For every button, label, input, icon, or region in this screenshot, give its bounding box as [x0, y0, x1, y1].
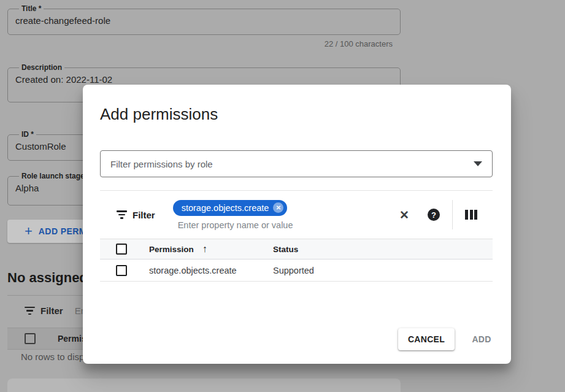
table-row[interactable]: storage.objects.create Supported — [100, 259, 493, 282]
plus-icon: + — [25, 225, 33, 238]
dialog-title: Add permissions — [100, 105, 218, 124]
id-field-label: ID * — [19, 130, 36, 139]
role-filter-placeholder: Filter permissions by role — [110, 159, 474, 169]
description-field-value: Created on: 2022-11-02 — [15, 74, 393, 85]
add-permissions-dialog: Add permissions Filter permissions by ro… — [83, 85, 511, 364]
title-field-label: Title * — [19, 4, 44, 13]
permissions-table: Filter storage.objects.create ✕ Enter pr… — [100, 190, 493, 282]
column-display-icon[interactable] — [465, 210, 477, 220]
role-launch-stage-label: Role launch stage — [19, 172, 87, 180]
table-header-row: Permission ↑ Status — [100, 239, 493, 259]
title-char-counter: 22 / 100 characters — [7, 39, 393, 48]
role-filter-select[interactable]: Filter permissions by role — [100, 150, 493, 177]
background-section-box — [7, 379, 401, 392]
clear-filters-icon[interactable]: ✕ — [399, 209, 409, 221]
filter-label: Filter — [133, 210, 155, 220]
filter-label: Filter — [40, 306, 63, 316]
status-column-header[interactable]: Status — [273, 245, 298, 254]
add-button[interactable]: ADD — [463, 328, 500, 350]
cancel-button[interactable]: CANCEL — [398, 328, 455, 350]
chevron-down-icon — [474, 161, 482, 166]
sort-ascending-icon: ↑ — [202, 244, 207, 255]
row-permission-cell: storage.objects.create — [149, 266, 273, 275]
filter-chip[interactable]: storage.objects.create ✕ — [173, 200, 288, 216]
table-filter-toolbar: Filter storage.objects.create ✕ Enter pr… — [100, 191, 493, 239]
toolbar-divider — [452, 200, 453, 229]
chip-remove-icon[interactable]: ✕ — [273, 202, 283, 213]
row-status-cell: Supported — [273, 266, 314, 275]
select-all-checkbox[interactable] — [25, 333, 36, 344]
filter-funnel-icon — [117, 210, 127, 219]
row-checkbox[interactable] — [116, 265, 127, 276]
title-field-value: create-changefeed-role — [15, 15, 393, 26]
title-field[interactable]: Title * create-changefeed-role — [7, 4, 401, 35]
filter-input-placeholder: Enter property name or value — [173, 220, 293, 230]
select-all-checkbox[interactable] — [116, 244, 127, 255]
filter-chip-label: storage.objects.create — [182, 203, 269, 213]
filter-input-area[interactable]: storage.objects.create ✕ Enter property … — [173, 200, 293, 230]
permission-column-header[interactable]: Permission ↑ — [149, 244, 273, 255]
filter-funnel-icon — [25, 307, 35, 315]
description-field-label: Description — [19, 63, 64, 72]
help-icon[interactable]: ? — [428, 209, 440, 221]
screen: Title * create-changefeed-role 22 / 100 … — [0, 0, 565, 392]
